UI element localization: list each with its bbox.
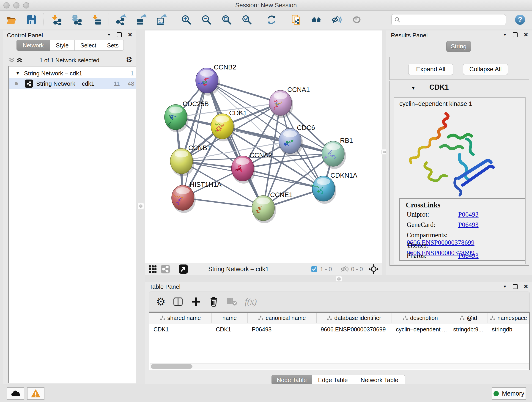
clone-network-icon[interactable]	[291, 14, 302, 25]
network-share-icon[interactable]	[161, 264, 170, 274]
visibility-disabled-icon[interactable]	[351, 14, 362, 25]
left-splitter[interactable]	[136, 31, 145, 384]
network-row-selected[interactable]: String Network – cdk1 11 48	[9, 78, 138, 89]
tab-edge-table[interactable]: Edge Table	[312, 375, 354, 385]
import-network-from-database-icon[interactable]	[71, 14, 82, 25]
table-type-tabs: Node Table Edge Table Network Table	[272, 375, 405, 385]
network-options-gear-icon[interactable]: ⚙	[126, 55, 133, 64]
column-header[interactable]: name	[212, 313, 248, 323]
selected-checkbox-icon[interactable]	[311, 266, 317, 272]
table-cell[interactable]: cyclin–dependent ...	[392, 324, 449, 335]
network-canvas[interactable]: CCNB2CCNA1CDC25BCDK1CDC6RB1CCNB1CCNA2CDK…	[145, 31, 382, 263]
table-cell[interactable]: stringdb	[488, 324, 529, 335]
panel-float-icon[interactable]	[117, 32, 122, 37]
panel-menu-icon[interactable]: ▼	[503, 32, 507, 37]
zoom-in-icon[interactable]	[181, 14, 191, 25]
help-icon[interactable]: ?	[515, 14, 526, 25]
protein-description: cyclin–dependent kinase 1	[399, 100, 472, 108]
table-cell[interactable]: CDK1	[149, 324, 212, 335]
zoom-out-icon[interactable]	[201, 14, 212, 25]
zoom-selected-icon[interactable]	[241, 14, 252, 25]
collapse-all-button[interactable]: Collapse All	[463, 64, 508, 75]
column-header[interactable]: database identifier	[317, 313, 392, 323]
network-label: String Network – cdk1	[36, 80, 94, 87]
navigator-crosshair-icon[interactable]	[368, 264, 379, 274]
warning-button[interactable]	[27, 387, 44, 400]
table-cell[interactable]: P06493	[248, 324, 317, 335]
column-header[interactable]: @id	[449, 313, 488, 323]
search-icon	[394, 17, 400, 23]
grid-view-icon[interactable]	[148, 264, 158, 274]
tab-select[interactable]: Select	[75, 40, 102, 51]
column-header[interactable]: shared name	[149, 313, 212, 323]
panel-float-icon[interactable]	[513, 284, 518, 289]
tab-node-table[interactable]: Node Table	[272, 375, 312, 385]
show-columns-icon[interactable]	[173, 296, 183, 307]
crosslink-label: Uniprot:	[407, 211, 458, 218]
home-networks-icon[interactable]	[311, 14, 322, 25]
horizontal-splitter[interactable]	[145, 275, 532, 282]
export-image-icon[interactable]	[156, 14, 167, 25]
column-header[interactable]: canonical name	[248, 313, 317, 323]
scrollbar-thumb[interactable]	[151, 364, 192, 369]
network-collection-row[interactable]: ▼ String Network – cdk1 1	[9, 69, 138, 78]
save-session-icon[interactable]	[26, 14, 37, 25]
table-settings-gear-icon[interactable]: ⚙	[156, 296, 165, 307]
table-cell[interactable]: stringdb:9...	[449, 324, 488, 335]
open-session-icon[interactable]	[6, 14, 17, 25]
right-splitter[interactable]	[382, 31, 386, 275]
network-edge[interactable]	[183, 80, 207, 198]
cloud-icon	[11, 390, 21, 397]
table-cell[interactable]: CDK1	[212, 324, 248, 335]
export-network-icon[interactable]	[116, 14, 127, 25]
cloud-button[interactable]	[7, 387, 24, 400]
open-in-window-icon[interactable]	[178, 264, 188, 274]
table-cell[interactable]: 9606.ENSP00000378699	[317, 324, 392, 335]
panel-close-icon[interactable]: ✕	[524, 285, 528, 288]
section-expander-icon[interactable]: ▼	[411, 85, 416, 91]
crosslink-value[interactable]: P06493	[458, 252, 479, 259]
add-column-icon[interactable]	[191, 296, 201, 307]
tab-string[interactable]: String	[446, 41, 471, 52]
collection-expander-icon[interactable]: ▼	[16, 71, 20, 76]
column-header[interactable]: namespace	[488, 313, 529, 323]
panel-close-icon[interactable]: ✕	[128, 33, 133, 37]
panel-close-icon[interactable]: ✕	[524, 33, 528, 37]
hidden-eye-icon[interactable]	[341, 266, 349, 273]
delete-table-icon[interactable]	[226, 297, 237, 306]
search-input[interactable]	[403, 16, 503, 23]
export-table-icon[interactable]	[136, 14, 147, 25]
import-network-icon[interactable]	[51, 14, 61, 25]
tab-network[interactable]: Network	[17, 40, 50, 51]
horizontal-splitter-handle[interactable]	[336, 276, 342, 282]
function-builder-icon[interactable]: f(x)	[245, 297, 257, 307]
left-splitter-handle[interactable]	[138, 203, 144, 209]
tab-network-table[interactable]: Network Table	[354, 375, 405, 385]
node-label: RB1	[340, 137, 353, 144]
panel-menu-icon[interactable]: ▼	[107, 32, 111, 37]
delete-column-icon[interactable]	[209, 296, 219, 307]
panel-menu-icon[interactable]: ▼	[503, 284, 507, 289]
search-field[interactable]	[391, 14, 506, 25]
window-title: Session: New Session	[0, 0, 532, 11]
network-edge[interactable]	[222, 126, 333, 154]
hide-visibility-icon[interactable]	[331, 14, 342, 25]
network-graph[interactable]: CCNB2CCNA1CDC25BCDK1CDC6RB1CCNB1CCNA2CDK…	[145, 31, 382, 263]
refresh-layout-icon[interactable]	[266, 14, 277, 25]
tab-sets[interactable]: Sets	[102, 40, 124, 51]
crosslink-value[interactable]: P06493	[458, 211, 479, 218]
expand-all-button[interactable]: Expand All	[408, 64, 453, 75]
table-row[interactable]: CDK1 CDK1 P06493 9606.ENSP00000378699 cy…	[149, 324, 529, 335]
table-horizontal-scrollbar[interactable]	[150, 363, 529, 370]
memory-label: Memory	[502, 390, 525, 397]
zoom-fit-icon[interactable]	[221, 14, 232, 25]
panel-float-icon[interactable]	[513, 32, 518, 37]
table-toolbar: ⚙ f(x)	[149, 292, 530, 312]
memory-button[interactable]: Memory	[492, 387, 526, 400]
crosslink-value[interactable]: P06493	[458, 221, 479, 228]
column-header[interactable]: description	[392, 313, 449, 323]
import-table-icon[interactable]	[91, 14, 102, 25]
network-edge[interactable]	[207, 80, 263, 208]
tab-style[interactable]: Style	[50, 40, 75, 51]
network-column-icon	[160, 315, 165, 320]
